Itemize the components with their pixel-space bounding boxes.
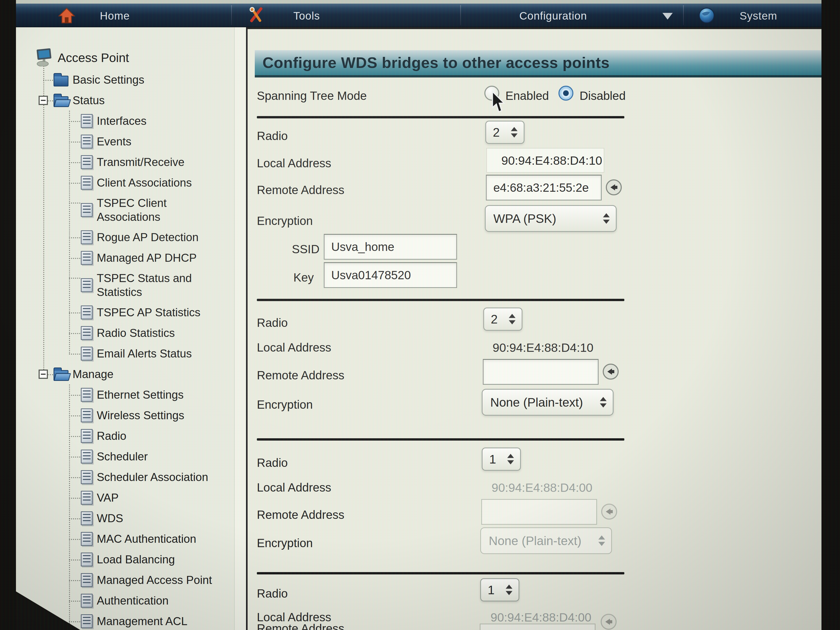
sidebar-item-wireless-settings[interactable]: Wireless Settings [16, 405, 234, 426]
document-icon [81, 114, 93, 128]
remote-address-input-3[interactable] [481, 499, 597, 525]
sidebar-item-tspec-client-associations[interactable]: TSPEC Client Associations [16, 193, 234, 227]
remote-address-input-2[interactable] [483, 359, 598, 385]
sidebar-item-events[interactable]: Events [16, 131, 234, 152]
remote-address-input-1[interactable] [486, 175, 602, 201]
ssid-input[interactable] [324, 234, 457, 260]
document-icon [81, 573, 93, 587]
encryption-select-2[interactable]: None (Plain-text) [482, 389, 614, 415]
chevron-down-icon[interactable] [662, 13, 673, 20]
sidebar-item-status[interactable]: Status [16, 90, 234, 111]
tree: Access Point Basic Settings Status Inter… [16, 27, 234, 630]
sidebar-item-authentication[interactable]: Authentication [16, 591, 234, 611]
stepper-arrows-icon [507, 454, 514, 464]
nav-separator [683, 5, 684, 25]
stepper-arrows-icon [511, 127, 518, 138]
remote-address-input-4[interactable] [480, 624, 595, 630]
sidebar-item-managed-access-point[interactable]: Managed Access Point [16, 570, 234, 591]
document-icon [81, 470, 93, 484]
radio-stepper-1[interactable]: 2 [485, 121, 524, 144]
document-icon [81, 388, 93, 402]
sidebar-item-scheduler[interactable]: Scheduler [16, 446, 234, 467]
nav-item-home[interactable]: Home [100, 10, 130, 22]
document-icon [81, 429, 93, 443]
sidebar-item-scheduler-association[interactable]: Scheduler Association [16, 467, 234, 488]
key-input[interactable] [324, 262, 457, 288]
remote-address-revert-button-1[interactable] [605, 179, 622, 196]
sidebar-item-manage[interactable]: Manage [16, 364, 234, 384]
radio-label: Radio [257, 316, 288, 330]
document-icon [81, 491, 93, 505]
document-icon [81, 231, 93, 244]
spanning-tree-disabled-radio[interactable] [559, 86, 573, 101]
ssid-label: SSID [292, 242, 319, 256]
document-icon [81, 532, 93, 546]
remote-address-revert-button-3[interactable] [601, 503, 617, 520]
encryption-select-1[interactable]: WPA (PSK) [485, 205, 617, 232]
radio-label: Radio [257, 586, 288, 600]
computer-icon [35, 48, 54, 68]
select-arrows-icon [600, 397, 606, 407]
document-icon [81, 450, 93, 464]
document-icon [81, 278, 93, 292]
document-icon [81, 512, 93, 525]
page-content: Access Point Basic Settings Status Inter… [16, 27, 821, 630]
document-icon [81, 134, 93, 148]
document-icon [81, 176, 93, 189]
sidebar-item-transmit-receive[interactable]: Transmit/Receive [16, 152, 234, 172]
remote-address-label: Remote Address [257, 183, 344, 197]
local-address-label: Local Address [257, 480, 331, 494]
document-icon [81, 155, 93, 169]
remote-address-label: Remote Address [257, 622, 344, 630]
monitor-screen: Home Tools Configuration System [16, 0, 821, 630]
radio-stepper-2[interactable]: 2 [483, 308, 523, 331]
collapse-minus-icon[interactable] [39, 96, 48, 105]
remote-address-revert-button-2[interactable] [602, 363, 619, 380]
document-icon [81, 251, 93, 265]
folder-icon [54, 76, 68, 87]
document-icon [81, 326, 93, 340]
collapse-minus-icon[interactable] [39, 369, 48, 379]
sidebar-scroll-gutter[interactable] [234, 27, 246, 630]
sidebar-item-vap[interactable]: VAP [16, 488, 234, 508]
sidebar-item-wds[interactable]: WDS [16, 508, 234, 529]
nav-item-system[interactable]: System [740, 10, 777, 22]
radio-stepper-3[interactable]: 1 [482, 448, 521, 471]
folder-open-icon [54, 96, 68, 107]
sidebar-item-access-point[interactable]: Access Point [16, 46, 234, 69]
sidebar-item-load-balancing[interactable]: Load Balancing [16, 549, 234, 570]
encryption-select-3[interactable]: None (Plain-text) [480, 527, 612, 554]
sidebar-item-ethernet-settings[interactable]: Ethernet Settings [16, 384, 234, 405]
stepper-arrows-icon [509, 314, 515, 325]
sidebar-item-radio-statistics[interactable]: Radio Statistics [16, 323, 234, 343]
sidebar-navigation-tree: Access Point Basic Settings Status Inter… [16, 27, 246, 630]
remote-address-label: Remote Address [257, 368, 344, 382]
sidebar-item-managed-ap-dhcp[interactable]: Managed AP DHCP [16, 248, 234, 268]
sidebar-item-interfaces[interactable]: Interfaces [16, 111, 234, 131]
sidebar-item-rogue-ap-detection[interactable]: Rogue AP Detection [16, 227, 234, 248]
sidebar-item-basic-settings[interactable]: Basic Settings [16, 69, 234, 90]
document-icon [81, 614, 93, 628]
radio-label: Radio [257, 456, 288, 470]
local-address-value-1: 90:94:E4:88:D4:10 [486, 148, 604, 173]
sidebar-item-mac-authentication[interactable]: MAC Authentication [16, 529, 234, 549]
tools-icon [247, 7, 265, 25]
local-address-label: Local Address [257, 156, 331, 170]
sidebar-item-tspec-ap-statistics[interactable]: TSPEC AP Statistics [16, 302, 234, 323]
section-divider [257, 572, 624, 575]
arrow-left-circle-icon [605, 179, 622, 196]
sidebar-item-radio[interactable]: Radio [16, 426, 234, 446]
encryption-label: Encryption [257, 214, 313, 228]
remote-address-revert-button-4[interactable] [600, 613, 617, 630]
nav-item-tools[interactable]: Tools [294, 10, 320, 22]
document-icon [81, 203, 93, 217]
nav-item-configuration[interactable]: Configuration [519, 10, 587, 22]
spanning-tree-mode-label: Spanning Tree Mode [257, 89, 367, 103]
local-address-value-4: 90:94:E4:88:D4:00 [491, 610, 591, 624]
sidebar-item-client-associations[interactable]: Client Associations [16, 172, 234, 193]
sidebar-item-tspec-status-and-statistics[interactable]: TSPEC Status and Statistics [16, 268, 234, 302]
home-icon [58, 7, 75, 24]
document-icon [81, 553, 93, 567]
radio-stepper-4[interactable]: 1 [480, 578, 519, 602]
sidebar-item-email-alerts-status[interactable]: Email Alerts Status [16, 343, 234, 364]
